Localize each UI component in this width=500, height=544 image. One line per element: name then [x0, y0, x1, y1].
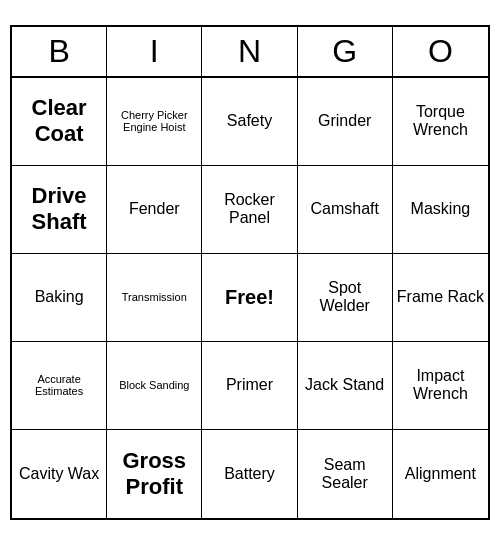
bingo-cell-8: Camshaft [298, 166, 393, 254]
bingo-cell-0: Clear Coat [12, 78, 107, 166]
bingo-cell-11: Transmission [107, 254, 202, 342]
bingo-cell-13: Spot Welder [298, 254, 393, 342]
bingo-cell-3: Grinder [298, 78, 393, 166]
header-letter-n: N [202, 27, 297, 76]
bingo-cell-23: Seam Sealer [298, 430, 393, 518]
bingo-header: BINGO [12, 27, 488, 78]
header-letter-b: B [12, 27, 107, 76]
bingo-cell-10: Baking [12, 254, 107, 342]
bingo-cell-21: Gross Profit [107, 430, 202, 518]
bingo-cell-15: Accurate Estimates [12, 342, 107, 430]
bingo-cell-18: Jack Stand [298, 342, 393, 430]
bingo-cell-12: Free! [202, 254, 297, 342]
bingo-grid: Clear CoatCherry Picker Engine HoistSafe… [12, 78, 488, 518]
bingo-cell-19: Impact Wrench [393, 342, 488, 430]
header-letter-g: G [298, 27, 393, 76]
bingo-cell-6: Fender [107, 166, 202, 254]
bingo-cell-14: Frame Rack [393, 254, 488, 342]
header-letter-i: I [107, 27, 202, 76]
bingo-cell-16: Block Sanding [107, 342, 202, 430]
bingo-cell-1: Cherry Picker Engine Hoist [107, 78, 202, 166]
header-letter-o: O [393, 27, 488, 76]
bingo-cell-4: Torque Wrench [393, 78, 488, 166]
bingo-cell-22: Battery [202, 430, 297, 518]
bingo-card: BINGO Clear CoatCherry Picker Engine Hoi… [10, 25, 490, 520]
bingo-cell-2: Safety [202, 78, 297, 166]
bingo-cell-17: Primer [202, 342, 297, 430]
bingo-cell-24: Alignment [393, 430, 488, 518]
bingo-cell-20: Cavity Wax [12, 430, 107, 518]
bingo-cell-5: Drive Shaft [12, 166, 107, 254]
bingo-cell-7: Rocker Panel [202, 166, 297, 254]
bingo-cell-9: Masking [393, 166, 488, 254]
